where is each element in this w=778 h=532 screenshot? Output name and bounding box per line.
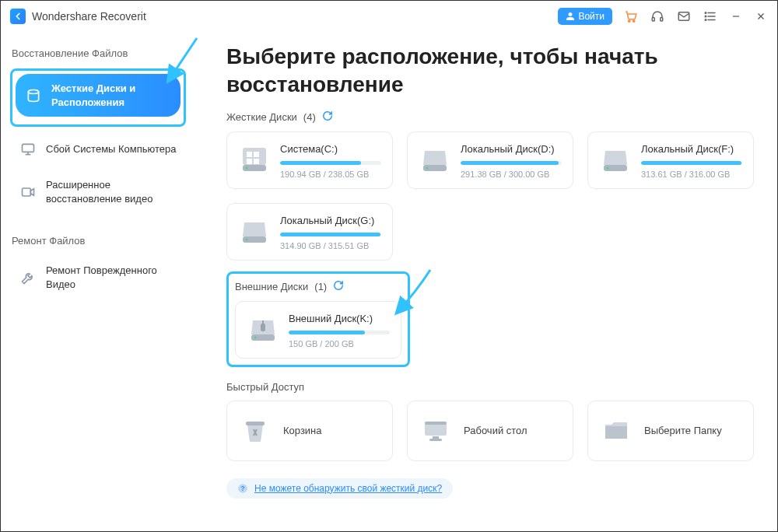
svg-rect-40	[433, 436, 439, 439]
app-logo-icon	[10, 9, 26, 24]
svg-point-30	[607, 166, 609, 169]
section-label: Внешние Диски	[235, 281, 308, 292]
login-button[interactable]: Войти	[558, 8, 612, 25]
drive-name: Локальный Диск(G:)	[280, 215, 381, 226]
svg-marker-19	[30, 188, 33, 194]
svg-rect-24	[254, 159, 259, 164]
drive-usage-bar	[280, 233, 381, 236]
drive-size: 314.90 GB / 315.51 GB	[280, 241, 381, 250]
sidebar-section-recovery: Восстановление Файлов Жесткие Диски и Ра…	[10, 47, 186, 213]
svg-rect-2	[652, 18, 654, 22]
sidebar-item-highlight: Жесткие Диски и Расположения	[10, 68, 186, 127]
drive-size: 313.61 GB / 316.00 GB	[641, 170, 742, 179]
desktop-icon	[419, 414, 453, 448]
help-icon: ?	[237, 483, 248, 494]
help-link-text[interactable]: Не можете обнаружить свой жесткий диск?	[254, 483, 442, 494]
sidebar-section-title: Восстановление Файлов	[10, 47, 186, 59]
close-button[interactable]	[754, 9, 768, 23]
system-drive-icon	[238, 143, 271, 176]
svg-point-9	[705, 19, 706, 21]
login-label: Войти	[578, 11, 605, 22]
sidebar-item-label: Ремонт Поврежденного Видео	[46, 264, 177, 291]
drive-size: 291.38 GB / 300.00 GB	[461, 170, 562, 179]
svg-rect-15	[23, 144, 34, 152]
svg-rect-41	[429, 439, 442, 441]
drive-card-local-g[interactable]: Локальный Диск(G:) 314.90 GB / 315.51 GB	[226, 203, 393, 261]
quick-access-folder[interactable]: Выберите Папку	[587, 401, 754, 461]
section-count: (1)	[314, 281, 327, 292]
cart-icon[interactable]	[623, 9, 639, 24]
help-link[interactable]: ? Не можете обнаружить свой жесткий диск…	[226, 478, 453, 499]
monitor-icon	[19, 141, 37, 158]
mail-icon[interactable]	[676, 9, 692, 24]
sidebar: Восстановление Файлов Жесткие Диски и Ра…	[1, 32, 195, 531]
svg-rect-21	[247, 152, 252, 157]
quick-access-label: Рабочий стол	[464, 425, 527, 436]
drive-name: Локальный Диск(F:)	[641, 143, 742, 155]
svg-point-34	[254, 336, 257, 338]
main-content: Выберите расположение, чтобы начать восс…	[195, 32, 777, 531]
drive-size: 190.94 GB / 238.05 GB	[280, 170, 381, 179]
svg-rect-39	[425, 422, 447, 425]
title-right: Войти	[558, 8, 768, 25]
hdd-icon	[419, 143, 451, 176]
external-section-highlight: Внешние Диски (1) Внешний Диск(K:) 150 G…	[226, 271, 410, 367]
drive-usage-bar	[641, 161, 742, 165]
headset-icon[interactable]	[650, 9, 665, 24]
svg-point-1	[633, 20, 635, 22]
hdd-icon	[238, 215, 271, 247]
sidebar-section-repair: Ремонт Файлов Ремонт Поврежденного Видео	[10, 235, 186, 299]
section-header-external-drives: Внешние Диски (1)	[235, 280, 401, 293]
quick-access-recycle-bin[interactable]: Корзина	[226, 401, 393, 461]
refresh-icon[interactable]	[333, 280, 344, 293]
sidebar-item-advanced-video[interactable]: Расширенное восстановление видео	[10, 170, 186, 213]
svg-point-0	[629, 20, 630, 22]
svg-point-26	[246, 166, 248, 169]
svg-point-7	[705, 16, 706, 17]
svg-point-32	[246, 238, 248, 240]
drive-name: Внешний Диск(K:)	[289, 313, 390, 324]
folder-icon	[599, 414, 633, 448]
wrench-icon	[19, 269, 37, 286]
drive-card-local-d[interactable]: Локальный Диск(D:) 291.38 GB / 300.00 GB	[407, 131, 573, 189]
svg-rect-18	[23, 188, 31, 196]
svg-rect-3	[661, 18, 663, 22]
quick-access-desktop[interactable]: Рабочий стол	[407, 401, 573, 461]
quick-access-grid: Корзина Рабочий стол Выберите Папку	[226, 401, 755, 461]
external-drive-icon	[247, 313, 279, 345]
svg-rect-36	[262, 320, 264, 325]
sidebar-item-label: Расширенное восстановление видео	[46, 178, 177, 205]
svg-point-28	[426, 166, 429, 169]
svg-text:?: ?	[241, 485, 245, 492]
titlebar: Wondershare Recoverit Войти	[1, 1, 777, 32]
drive-name: Локальный Диск(D:)	[461, 143, 562, 155]
drive-card-local-f[interactable]: Локальный Диск(F:) 313.61 GB / 316.00 GB	[587, 131, 754, 189]
drive-usage-bar	[289, 331, 390, 334]
sidebar-item-label: Сбой Системы Компьютера	[46, 142, 177, 156]
quick-access-label: Корзина	[283, 425, 322, 436]
menu-list-icon[interactable]	[703, 9, 718, 24]
section-header-quick-access: Быстрый Доступ	[226, 381, 755, 393]
sidebar-item-hard-drives[interactable]: Жесткие Диски и Расположения	[16, 74, 180, 117]
drive-card-system-c[interactable]: Система(C:) 190.94 GB / 238.05 GB	[226, 131, 393, 189]
page-title: Выберите расположение, чтобы начать восс…	[226, 43, 755, 100]
hdd-icon	[599, 143, 632, 176]
drive-grid-hard-drives: Система(C:) 190.94 GB / 238.05 GB Локаль…	[226, 131, 755, 261]
sidebar-item-video-repair[interactable]: Ремонт Поврежденного Видео	[10, 256, 186, 299]
svg-rect-22	[254, 152, 259, 157]
refresh-icon[interactable]	[322, 110, 333, 124]
drive-card-external-k[interactable]: Внешний Диск(K:) 150 GB / 200 GB	[235, 301, 401, 359]
sidebar-item-label: Жесткие Диски и Расположения	[51, 82, 171, 109]
minimize-button[interactable]	[729, 9, 743, 23]
sidebar-item-system-crash[interactable]: Сбой Системы Компьютера	[10, 133, 186, 166]
drive-name: Система(C:)	[280, 143, 381, 155]
drive-usage-bar	[461, 161, 562, 165]
svg-rect-23	[247, 159, 252, 164]
section-label: Быстрый Доступ	[226, 381, 304, 393]
title-left: Wondershare Recoverit	[10, 9, 146, 24]
svg-point-5	[705, 12, 706, 14]
video-icon	[19, 184, 37, 201]
drive-size: 150 GB / 200 GB	[289, 339, 390, 348]
quick-access-label: Выберите Папку	[644, 425, 722, 436]
section-label: Жесткие Диски	[226, 111, 297, 123]
